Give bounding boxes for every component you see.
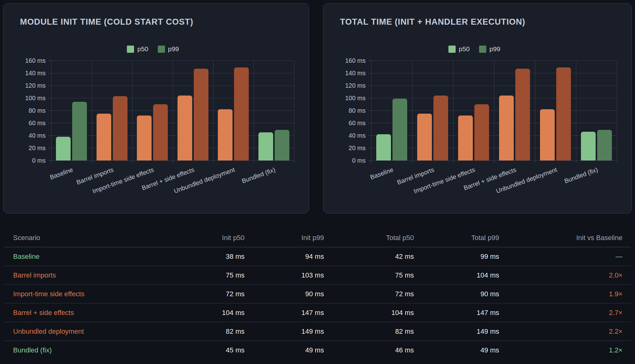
bar-p50-barrel-imports (417, 114, 432, 160)
init-p50-value: 38 ms (129, 253, 244, 261)
bar-p99-baseline (72, 102, 87, 160)
legend-item-p50: p50 (127, 45, 148, 53)
x-axis-tick (453, 160, 453, 163)
legend-label: p50 (459, 45, 470, 53)
x-axis-tick (412, 160, 412, 163)
y-axis-tick-label: 60 ms (325, 120, 366, 127)
y-axis-tick (368, 98, 371, 98)
y-axis-tick (368, 73, 371, 73)
init-p50-value: 104 ms (129, 309, 244, 317)
gridline-vertical (173, 61, 173, 160)
gridline-vertical (92, 61, 92, 160)
total-p50-value: 72 ms (324, 290, 414, 298)
total-p50-value: 42 ms (324, 253, 414, 261)
total-p50-value: 75 ms (324, 271, 414, 279)
legend-swatch-p50 (448, 46, 456, 53)
total-p50-value: 82 ms (324, 327, 414, 336)
init-p50-value: 82 ms (129, 327, 244, 336)
gridline-vertical (213, 61, 213, 160)
table-row-bundled-fix: Bundled (fix)45 ms49 ms46 ms49 ms1.2× (4, 341, 631, 360)
y-axis-tick-label: 0 ms (5, 157, 46, 164)
col-header-init-p99: Init p99 (244, 234, 324, 242)
gridline-vertical (535, 61, 535, 160)
bar-p99-barrel-side-effects (194, 69, 208, 160)
total-p99-value: 99 ms (414, 253, 499, 261)
col-header-total-p99: Total p99 (414, 234, 499, 242)
col-header-total-p50: Total p50 (324, 234, 414, 242)
y-axis-tick-label: 120 ms (5, 82, 46, 89)
y-axis-tick (368, 135, 371, 136)
x-axis-tick (173, 160, 173, 163)
y-axis-tick-label: 80 ms (5, 107, 46, 114)
x-axis-tick (51, 160, 52, 163)
bar-plot-total-time: 160 ms140 ms120 ms100 ms80 ms60 ms40 ms2… (371, 61, 617, 160)
bar-p50-unbundled-deployment (540, 109, 555, 160)
y-axis-tick (48, 98, 51, 98)
y-axis-tick-label: 100 ms (5, 95, 46, 102)
bar-p50-import-time-side-effects (458, 116, 473, 160)
bar-p50-baseline (376, 134, 391, 160)
init-p99-value: 90 ms (244, 290, 324, 298)
total-p99-value: 149 ms (414, 327, 499, 336)
init-vs-baseline-value: — (499, 253, 631, 261)
bar-p99-import-time-side-effects (474, 104, 489, 160)
y-axis-tick (368, 148, 371, 148)
table-row-barrel-imports: Barrel imports75 ms103 ms75 ms104 ms2.0× (4, 266, 631, 285)
total-p99-value: 90 ms (414, 290, 499, 298)
y-axis-tick-label: 20 ms (5, 145, 46, 152)
y-axis-tick-label: 140 ms (5, 70, 46, 77)
x-axis-tick (371, 160, 372, 163)
y-axis-tick-label: 160 ms (5, 57, 46, 64)
scenario-name: Import-time side effects (4, 290, 129, 298)
x-axis-tick (576, 160, 576, 163)
x-axis-tick (92, 160, 92, 163)
total-p99-value: 104 ms (414, 271, 499, 279)
bar-p99-barrel-imports (433, 96, 448, 160)
legend-label: p50 (137, 45, 148, 53)
y-axis-tick (48, 73, 51, 73)
x-axis-category-label: Baseline (369, 166, 394, 181)
legend-item-p50: p50 (448, 45, 470, 53)
x-axis-tick (535, 160, 535, 163)
legend-item-p99: p99 (158, 45, 179, 53)
bar-p50-barrel-imports (97, 114, 111, 160)
chart-legend: p50 p99 (10, 45, 296, 53)
init-p99-value: 103 ms (244, 271, 324, 279)
init-p99-value: 149 ms (244, 327, 324, 336)
y-axis-tick (48, 123, 51, 123)
x-axis-category-label: Bundled (fix) (563, 166, 599, 185)
bar-plot-module-init: 160 ms140 ms120 ms100 ms80 ms60 ms40 ms2… (51, 61, 294, 160)
gridline-vertical (576, 61, 576, 160)
legend-item-p99: p99 (479, 45, 500, 53)
y-axis-tick (368, 123, 371, 123)
y-axis-tick (48, 160, 51, 161)
y-axis-tick-label: 20 ms (325, 145, 366, 152)
init-p50-value: 72 ms (129, 290, 244, 298)
x-axis-category-label: Bundled (fix) (241, 166, 276, 185)
scenario-name: Baseline (4, 253, 129, 261)
gridline-vertical (412, 61, 412, 160)
gridline-vertical (371, 61, 372, 160)
bar-p99-baseline (392, 99, 407, 160)
y-axis-tick-label: 40 ms (325, 132, 366, 139)
gridline-vertical (453, 61, 453, 160)
scenario-name: Barrel imports (4, 271, 129, 279)
bar-p50-bundled-fix (581, 132, 596, 160)
legend-swatch-p99 (158, 46, 165, 53)
y-axis-tick (368, 160, 371, 161)
init-vs-baseline-value: 2.2× (499, 327, 631, 336)
gridline-vertical (617, 61, 617, 160)
bar-p50-bundled-fix (258, 132, 273, 160)
benchmark-table: Scenario Init p50 Init p99 Total p50 Tot… (4, 229, 631, 360)
table-row-baseline: Baseline38 ms94 ms42 ms99 ms— (4, 247, 631, 266)
chart-legend: p50 p99 (330, 45, 619, 53)
y-axis-tick (368, 86, 371, 86)
y-axis-tick-label: 140 ms (325, 70, 366, 77)
gridline-vertical (132, 61, 132, 160)
chart-title: TOTAL TIME (INIT + HANDLER EXECUTION) (340, 17, 525, 27)
legend-label: p99 (489, 45, 500, 53)
y-axis-tick-label: 0 ms (325, 157, 366, 164)
table-row-unbundled-deployment: Unbundled deployment82 ms149 ms82 ms149 … (4, 322, 631, 341)
table-body: Baseline38 ms94 ms42 ms99 ms—Barrel impo… (4, 247, 631, 360)
chart-title: MODULE INIT TIME (COLD START COST) (20, 17, 193, 27)
